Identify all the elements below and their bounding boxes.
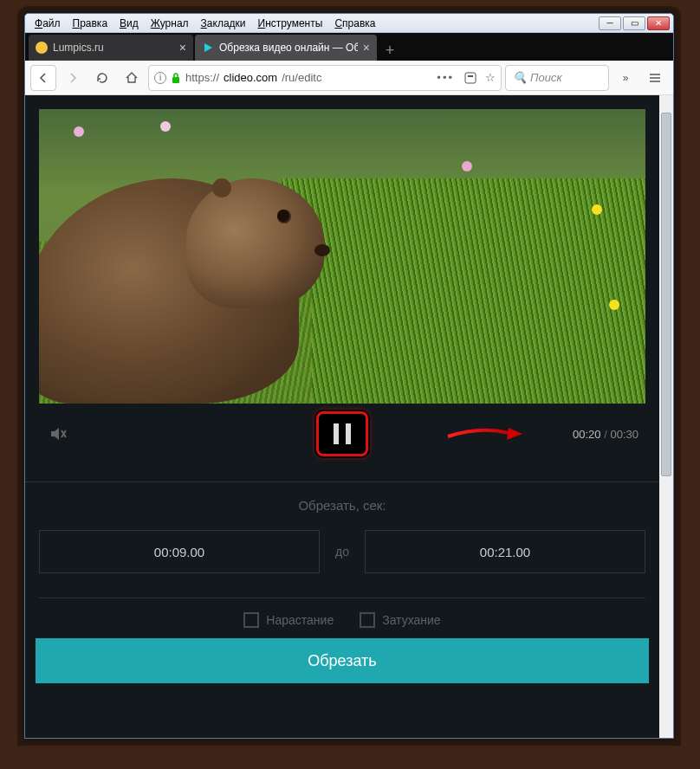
video-frame[interactable]	[39, 109, 645, 404]
fade-row: Нарастание Затухание	[39, 598, 645, 628]
trim-section: Обрезать, сек: 00:09.00 до 00:21.00 Нара…	[25, 481, 659, 628]
cut-button-label: Обрезать	[308, 652, 376, 670]
overflow-button[interactable]: »	[612, 65, 638, 91]
video-preview-area: 00:20 / 00:30	[39, 109, 645, 464]
trim-start-input[interactable]: 00:09.00	[39, 530, 320, 573]
player-controls: 00:20 / 00:30	[39, 404, 645, 464]
url-domain: clideo.com	[224, 71, 277, 84]
menu-file[interactable]: Файл	[29, 16, 67, 31]
cut-button[interactable]: Обрезать	[36, 638, 649, 683]
checkbox-icon	[360, 612, 375, 628]
fade-out-checkbox[interactable]: Затухание	[360, 612, 440, 628]
window-controls: ─ ▭ ✕	[599, 16, 670, 30]
menu-view[interactable]: Вид	[113, 16, 145, 31]
svg-rect-1	[172, 77, 179, 83]
trim-row: 00:09.00 до 00:21.00	[39, 530, 645, 573]
vertical-scrollbar[interactable]	[659, 95, 673, 738]
search-icon: 🔍	[513, 71, 527, 84]
pause-icon	[334, 423, 351, 444]
favicon-icon	[202, 42, 214, 54]
fade-in-label: Нарастание	[266, 613, 334, 627]
search-box[interactable]: 🔍 Поиск	[505, 65, 609, 91]
browser-window: Файл Правка Вид Журнал Закладки Инструме…	[24, 13, 674, 739]
tab-label: Lumpics.ru	[53, 42, 174, 54]
tab-close-icon[interactable]: ×	[179, 41, 186, 55]
page-actions-icon[interactable]: •••	[437, 71, 454, 84]
bookmark-star-icon[interactable]: ☆	[485, 71, 496, 84]
nav-bar: i https://clideo.com/ru/editc ••• ☆ 🔍 По…	[25, 61, 673, 95]
minimize-button[interactable]: ─	[599, 16, 621, 30]
info-icon[interactable]: i	[154, 72, 166, 84]
maximize-button[interactable]: ▭	[623, 16, 645, 30]
url-scheme: https://	[185, 71, 219, 84]
svg-marker-4	[507, 428, 522, 440]
favicon-icon	[36, 42, 48, 54]
search-placeholder: Поиск	[530, 71, 562, 84]
forward-button[interactable]	[60, 65, 86, 91]
annotation-arrow	[446, 423, 524, 443]
checkbox-icon	[243, 612, 259, 628]
reload-button[interactable]	[89, 65, 115, 91]
lock-icon	[171, 72, 181, 84]
current-time: 00:20	[573, 428, 601, 441]
pause-button[interactable]	[316, 411, 368, 456]
back-button[interactable]	[30, 65, 56, 91]
tab-lumpics[interactable]: Lumpics.ru ×	[29, 35, 193, 61]
svg-rect-2	[465, 73, 476, 83]
menu-tools[interactable]: Инструменты	[252, 16, 329, 31]
menu-help[interactable]: Справка	[328, 16, 381, 31]
tab-clideo[interactable]: Обрезка видео онлайн — Обр ×	[195, 35, 377, 61]
page-content: 00:20 / 00:30 Обрезать, сек: 00:09.00 до…	[25, 95, 673, 738]
trim-to-label: до	[330, 545, 354, 559]
new-tab-button[interactable]: +	[379, 40, 401, 61]
trim-end-input[interactable]: 00:21.00	[365, 530, 645, 573]
home-button[interactable]	[119, 65, 145, 91]
url-bar[interactable]: i https://clideo.com/ru/editc ••• ☆	[148, 65, 502, 91]
trim-end-value: 00:21.00	[480, 545, 530, 559]
reader-icon[interactable]	[463, 71, 477, 85]
trim-section-label: Обрезать, сек:	[39, 498, 645, 513]
time-display: 00:20 / 00:30	[573, 428, 638, 441]
menu-button[interactable]	[642, 65, 668, 91]
svg-rect-3	[468, 75, 473, 77]
svg-marker-0	[204, 43, 212, 52]
menu-history[interactable]: Журнал	[145, 16, 195, 31]
url-path: /ru/editc	[282, 71, 321, 84]
menu-bookmarks[interactable]: Закладки	[195, 16, 252, 31]
trim-start-value: 00:09.00	[154, 545, 204, 559]
scroll-thumb[interactable]	[661, 113, 671, 476]
mute-icon[interactable]	[48, 423, 68, 444]
tab-strip: Lumpics.ru × Обрезка видео онлайн — Обр …	[25, 33, 673, 61]
menu-edit[interactable]: Правка	[67, 16, 114, 31]
close-button[interactable]: ✕	[647, 16, 670, 30]
tab-label: Обрезка видео онлайн — Обр	[219, 42, 358, 54]
fade-out-label: Затухание	[382, 613, 440, 627]
tab-close-icon[interactable]: ×	[363, 41, 370, 55]
fade-in-checkbox[interactable]: Нарастание	[243, 612, 334, 628]
total-time: 00:30	[610, 428, 638, 441]
menu-bar: Файл Правка Вид Журнал Закладки Инструме…	[25, 14, 673, 33]
